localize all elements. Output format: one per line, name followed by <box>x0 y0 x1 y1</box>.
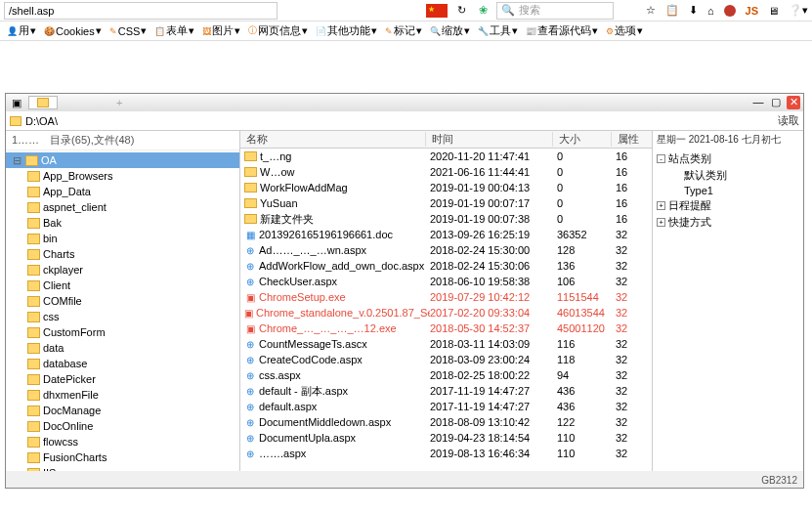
path-input[interactable] <box>25 115 774 127</box>
side-item[interactable]: +日程提醒 <box>657 197 799 214</box>
tree-root[interactable]: ⊟OA <box>6 152 239 168</box>
file-row[interactable]: ⊕Ad……_…_…wn.aspx2018-02-24 15:30:0012832 <box>240 242 652 258</box>
search-box[interactable]: 🔍 搜索 <box>496 2 614 20</box>
file-time: 2019-07-29 10:42:12 <box>430 291 557 303</box>
file-row[interactable]: t_…ng2020-11-20 11:47:41016 <box>240 149 652 164</box>
file-row[interactable]: ▣Chrome_…_…_…_…12.exe2018-05-30 14:52:37… <box>240 321 652 336</box>
toolbar-item[interactable]: 👤用▾ <box>4 23 39 38</box>
toolbar-item[interactable]: 🔧工具▾ <box>475 23 521 38</box>
toolbar-item[interactable]: 📰查看源代码▾ <box>523 23 601 38</box>
side-item[interactable]: 默认类别 <box>657 167 799 184</box>
search-placeholder: 搜索 <box>519 3 540 18</box>
folder-tree[interactable]: ⊟OAApp_BrowsersApp_Dataaspnet_clientBakb… <box>6 150 239 471</box>
site-category-tree[interactable]: -站点类别默认类别Type1+日程提醒+快捷方式 <box>657 150 799 231</box>
expand-icon[interactable]: + <box>657 201 665 210</box>
folder-icon <box>27 202 40 213</box>
tree-item[interactable]: Charts <box>6 246 239 262</box>
tab-folder[interactable] <box>28 96 58 109</box>
expand-icon[interactable]: + <box>657 218 665 227</box>
folder-icon <box>27 187 40 197</box>
file-size: 94 <box>557 369 616 381</box>
web-icon: ⊕ <box>244 385 256 397</box>
leaf-icon[interactable]: ❀ <box>475 3 491 19</box>
toolbar-item[interactable]: ✎标记▾ <box>382 23 425 38</box>
file-row[interactable]: ⊕css.aspx2018-02-25 18:00:229432 <box>240 367 652 383</box>
toolbar-item[interactable]: ✎CSS▾ <box>107 24 150 37</box>
download-icon[interactable]: ⬇ <box>689 4 698 17</box>
file-list[interactable]: t_…ng2020-11-20 11:47:41016W…ow2021-06-1… <box>240 149 652 471</box>
file-row[interactable]: ⊕default.aspx2017-11-19 14:47:2743632 <box>240 399 652 414</box>
star-icon[interactable]: ☆ <box>646 4 656 17</box>
js-badge-icon[interactable]: JS <box>746 5 758 17</box>
col-size[interactable]: 大小 <box>553 132 612 147</box>
file-attr: 32 <box>616 416 652 428</box>
clipboard-icon[interactable]: 📋 <box>665 4 679 17</box>
toolbar-item[interactable]: ⚙选项▾ <box>603 23 646 38</box>
file-row[interactable]: WorkFlowAddMag2019-01-19 00:04:13016 <box>240 180 652 195</box>
file-row[interactable]: ▣ChromeSetup.exe2019-07-29 10:42:1211515… <box>240 289 652 305</box>
file-attr: 32 <box>616 401 652 412</box>
file-row[interactable]: ▣Chrome_standalone_v.0.2501.87_Setup...2… <box>240 305 652 321</box>
home-icon[interactable]: ⌂ <box>707 5 714 17</box>
settings-icon[interactable]: 🖥 <box>768 5 779 17</box>
file-row[interactable]: YuSuan2019-01-19 00:07:17016 <box>240 195 652 211</box>
toolbar-item[interactable]: 📋表单▾ <box>151 23 197 38</box>
file-time: 2017-11-19 14:47:27 <box>430 401 557 412</box>
read-button[interactable]: 读取 <box>778 113 799 128</box>
tree-item[interactable]: DatePicker <box>6 371 239 387</box>
tree-item[interactable]: Client <box>6 278 239 293</box>
file-row[interactable]: ▦2013926165196196661.doc2013-09-26 16:25… <box>240 227 652 242</box>
toolbar-item[interactable]: 📄其他功能▾ <box>313 23 380 38</box>
tree-item[interactable]: bin <box>6 231 239 246</box>
minimize-icon[interactable]: — <box>751 96 765 109</box>
close-icon[interactable]: ✕ <box>787 96 800 109</box>
tree-item[interactable]: CustomForm <box>6 324 239 340</box>
file-row[interactable]: ⊕CheckUser.aspx2018-06-10 19:58:3810632 <box>240 274 652 289</box>
expand-icon[interactable]: - <box>657 154 665 163</box>
tree-item[interactable]: App_Browsers <box>6 168 239 184</box>
file-row[interactable]: ⊕default - 副本.aspx2017-11-19 14:47:27436… <box>240 383 652 399</box>
tree-item[interactable]: flowcss <box>6 434 239 449</box>
file-name: WorkFlowAddMag <box>260 182 348 193</box>
tree-item[interactable]: DocManage <box>6 403 239 418</box>
tree-item[interactable]: DocOnline <box>6 418 239 434</box>
toolbar-item[interactable]: 🖼图片▾ <box>199 23 243 38</box>
toolbar-item[interactable]: 🍪Cookies▾ <box>41 24 105 37</box>
toolbar-item[interactable]: ⓘ网页信息▾ <box>245 23 311 38</box>
tree-item[interactable]: aspnet_client <box>6 199 239 215</box>
tree-item[interactable]: database <box>6 356 239 371</box>
tree-item[interactable]: dhxmenFile <box>6 387 239 403</box>
file-row[interactable]: ⊕…….aspx2019-08-13 16:46:3411032 <box>240 446 652 461</box>
tree-item[interactable]: Bak <box>6 215 239 231</box>
tree-item[interactable]: css <box>6 309 239 324</box>
toolbar-item[interactable]: 🔍缩放▾ <box>427 23 473 38</box>
file-row[interactable]: ⊕DocumentMiddledown.aspx2018-08-09 13:10… <box>240 414 652 430</box>
collapse-icon[interactable]: ⊟ <box>12 154 22 167</box>
file-row[interactable]: 新建文件夹2019-01-19 00:07:38016 <box>240 211 652 227</box>
file-row[interactable]: ⊕CreateCodCode.aspx2018-03-09 23:00:2411… <box>240 352 652 367</box>
tree-item[interactable]: FusionCharts <box>6 449 239 465</box>
tree-item[interactable]: ckplayer <box>6 262 239 278</box>
file-row[interactable]: W…ow2021-06-16 11:44:41016 <box>240 164 652 180</box>
url-input-wrap[interactable]: /shell.asp <box>4 2 278 20</box>
tree-item[interactable]: IIS <box>6 465 239 471</box>
side-item[interactable]: -站点类别 <box>657 150 799 167</box>
add-tab-icon[interactable]: + <box>116 97 122 108</box>
web-icon: ⊕ <box>244 448 256 459</box>
side-item[interactable]: Type1 <box>657 184 799 197</box>
col-time[interactable]: 时间 <box>426 132 553 147</box>
help-icon[interactable]: ❔▾ <box>789 4 808 17</box>
side-item[interactable]: +快捷方式 <box>657 214 799 231</box>
file-row[interactable]: ⊕CountMessageTs.ascx2018-03-11 14:03:091… <box>240 336 652 352</box>
tree-item[interactable]: App_Data <box>6 184 239 199</box>
maximize-icon[interactable]: ▢ <box>769 96 783 109</box>
col-name[interactable]: 名称 <box>240 132 426 147</box>
tab-bar[interactable]: + <box>24 94 751 111</box>
reload-icon[interactable]: ↻ <box>453 3 469 19</box>
record-icon[interactable] <box>724 5 736 17</box>
file-row[interactable]: ⊕DocumentUpla.aspx2019-04-23 18:14:54110… <box>240 430 652 446</box>
tree-item[interactable]: COMfile <box>6 293 239 309</box>
col-attr[interactable]: 属性 <box>612 132 652 147</box>
file-row[interactable]: ⊕AddWorkFlow_add_own_doc.aspx2018-02-24 … <box>240 258 652 274</box>
tree-item[interactable]: data <box>6 340 239 356</box>
